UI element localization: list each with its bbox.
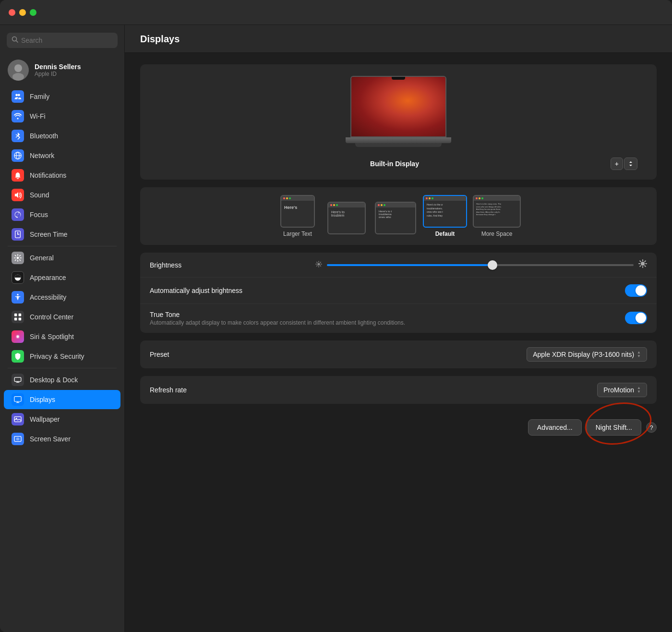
true-tone-label: True Tone bbox=[150, 311, 625, 318]
refresh-rate-label: Refresh rate bbox=[150, 386, 597, 394]
resolution-option-3[interactable]: Here's to ttroublemaones who bbox=[374, 202, 417, 237]
sidebar-item-wallpaper[interactable]: Wallpaper bbox=[4, 410, 120, 429]
advanced-button[interactable]: Advanced... bbox=[528, 419, 582, 436]
display-controls: + bbox=[611, 158, 637, 170]
resolution-option-2[interactable]: Here's totroublem bbox=[325, 202, 368, 237]
res-dot-green-2 bbox=[336, 204, 338, 206]
sidebar-item-appearance[interactable]: Appearance bbox=[4, 268, 120, 287]
svg-point-4 bbox=[12, 73, 24, 81]
auto-brightness-toggle[interactable] bbox=[625, 284, 647, 297]
refresh-rate-select[interactable]: ProMotion ▲ ▼ bbox=[597, 383, 647, 397]
res-preview-3: Here's to ttroublemaones who bbox=[375, 202, 416, 234]
resolution-option-more-space[interactable]: Here's to the crazy ones. Theones who se… bbox=[473, 195, 521, 237]
sidebar-item-sound[interactable]: Sound bbox=[4, 185, 120, 205]
privacy-icon bbox=[12, 350, 24, 363]
res-dot-green-5 bbox=[481, 197, 483, 199]
res-content-5: Here's to the crazy ones. Theones who se… bbox=[474, 201, 520, 227]
brightness-slider[interactable] bbox=[327, 264, 634, 266]
res-dot-yellow bbox=[286, 197, 288, 199]
res-dot-red bbox=[283, 197, 285, 199]
close-button[interactable] bbox=[9, 9, 15, 16]
true-tone-left: True Tone Automatically adapt display to… bbox=[150, 311, 625, 326]
screensaver-icon bbox=[12, 433, 24, 445]
help-button[interactable]: ? bbox=[646, 422, 657, 433]
preset-select[interactable]: Apple XDR Display (P3-1600 nits) ▲ ▼ bbox=[527, 347, 647, 362]
main-content: Displays Built-in Dis bbox=[125, 25, 672, 632]
sidebar-item-privacy[interactable]: Privacy & Security bbox=[4, 347, 120, 366]
laptop-base bbox=[346, 137, 451, 143]
window: Dennis Sellers Apple ID Family bbox=[0, 0, 672, 632]
svg-rect-20 bbox=[19, 314, 22, 316]
accessibility-icon bbox=[12, 291, 24, 304]
sidebar-item-family[interactable]: Family bbox=[4, 87, 120, 106]
brightness-row: Brightness bbox=[140, 253, 657, 278]
avatar bbox=[8, 60, 29, 81]
resolution-option-larger-text[interactable]: Here's Larger Text bbox=[276, 195, 319, 237]
svg-point-6 bbox=[18, 94, 20, 96]
res-content-3: Here's to ttroublemaones who bbox=[376, 207, 415, 233]
user-subtitle: Apple ID bbox=[35, 71, 81, 77]
svg-point-3 bbox=[14, 64, 22, 72]
controlcenter-icon bbox=[12, 311, 24, 323]
notifications-icon bbox=[12, 169, 24, 182]
auto-brightness-row: Automatically adjust brightness bbox=[140, 278, 657, 304]
preset-arrows: ▲ ▼ bbox=[637, 351, 641, 358]
preset-row: Preset Apple XDR Display (P3-1600 nits) … bbox=[140, 340, 657, 368]
sidebar-label-wallpaper: Wallpaper bbox=[30, 415, 60, 423]
sidebar-item-accessibility[interactable]: Accessibility bbox=[4, 288, 120, 307]
display-chevron-button[interactable] bbox=[624, 158, 637, 170]
resolution-option-default[interactable]: Here's to the crtroublemakers.ones who s… bbox=[423, 195, 467, 237]
sidebar-item-controlcenter[interactable]: Control Center bbox=[4, 307, 120, 327]
sidebar-item-general[interactable]: General bbox=[4, 248, 120, 267]
sidebar-item-wifi[interactable]: Wi-Fi bbox=[4, 107, 120, 126]
sidebar-item-notifications[interactable]: Notifications bbox=[4, 166, 120, 185]
svg-line-50 bbox=[640, 266, 641, 267]
sidebar-item-siri[interactable]: Siri & Spotlight bbox=[4, 327, 120, 346]
sidebar-item-displays[interactable]: Displays bbox=[4, 390, 120, 409]
content-area: Dennis Sellers Apple ID Family bbox=[0, 25, 672, 632]
resolution-options: Here's Larger Text bbox=[150, 195, 647, 237]
true-tone-toggle[interactable] bbox=[625, 312, 647, 324]
res-titlebar bbox=[281, 196, 314, 201]
sidebar-item-focus[interactable]: Focus bbox=[4, 205, 120, 224]
res-dot-red-5 bbox=[476, 197, 478, 199]
siri-icon bbox=[12, 330, 24, 343]
svg-point-16 bbox=[17, 257, 19, 259]
add-display-button[interactable]: + bbox=[611, 158, 623, 170]
sidebar-item-bluetooth[interactable]: Bluetooth bbox=[4, 126, 120, 146]
res-dot-green-3 bbox=[384, 204, 385, 206]
sidebar-item-network[interactable]: Network bbox=[4, 146, 120, 165]
search-bar[interactable] bbox=[7, 33, 118, 48]
res-label-larger-text: Larger Text bbox=[283, 231, 312, 237]
displays-icon bbox=[12, 393, 24, 406]
user-profile[interactable]: Dennis Sellers Apple ID bbox=[0, 56, 124, 86]
sidebar-label-notifications: Notifications bbox=[30, 171, 66, 179]
res-dot-yellow-5 bbox=[479, 197, 480, 199]
svg-line-39 bbox=[317, 262, 317, 263]
focus-icon bbox=[12, 208, 24, 221]
sidebar-label-controlcenter: Control Center bbox=[30, 313, 73, 321]
appearance-icon bbox=[12, 271, 24, 284]
svg-point-34 bbox=[318, 263, 320, 265]
wifi-icon bbox=[12, 110, 24, 122]
svg-rect-19 bbox=[14, 314, 17, 316]
res-dot-green-4 bbox=[432, 197, 433, 199]
sidebar-item-screensaver[interactable]: Screen Saver bbox=[4, 429, 120, 449]
svg-rect-21 bbox=[14, 318, 17, 321]
maximize-button[interactable] bbox=[30, 9, 36, 16]
res-titlebar-4 bbox=[424, 196, 466, 201]
brightness-high-icon bbox=[638, 259, 647, 270]
true-tone-row: True Tone Automatically adapt display to… bbox=[140, 304, 657, 333]
res-dot-yellow-4 bbox=[429, 197, 431, 199]
sidebar-item-screentime[interactable]: Screen Time bbox=[4, 225, 120, 244]
minimize-button[interactable] bbox=[19, 9, 26, 16]
preset-value: Apple XDR Display (P3-1600 nits) bbox=[533, 351, 634, 358]
res-label-default: Default bbox=[435, 231, 455, 237]
sidebar-item-desktop[interactable]: Desktop & Dock bbox=[4, 370, 120, 389]
res-dot-red-2 bbox=[330, 204, 332, 206]
search-input[interactable] bbox=[21, 36, 113, 44]
sidebar-label-desktop: Desktop & Dock bbox=[30, 376, 78, 384]
night-shift-button[interactable]: Night Shift... bbox=[587, 419, 641, 436]
brightness-thumb[interactable] bbox=[488, 260, 497, 270]
auto-brightness-toggle-thumb bbox=[636, 285, 646, 296]
